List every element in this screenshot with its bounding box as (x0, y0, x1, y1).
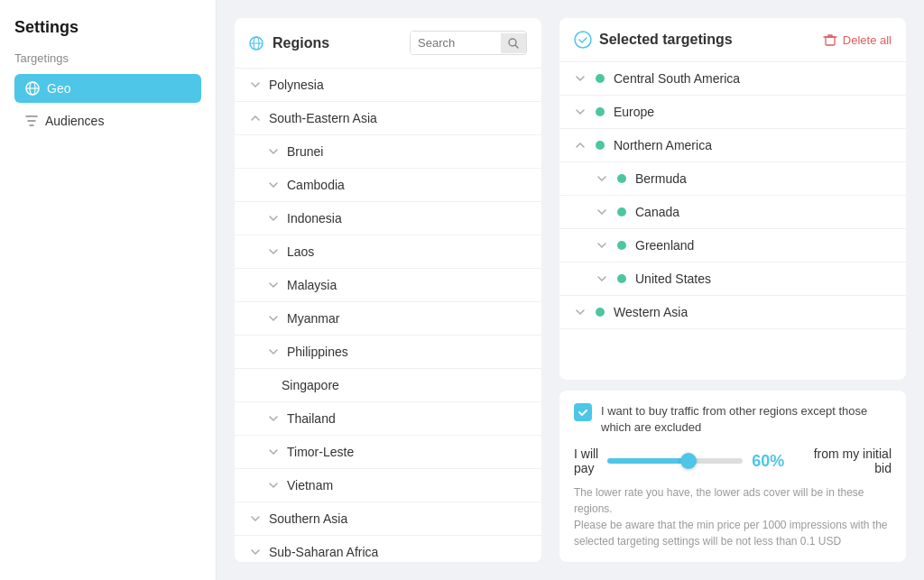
delete-all-button[interactable]: Delete all (823, 32, 892, 47)
slider-thumb[interactable] (680, 453, 697, 469)
selected-item[interactable]: Europe (559, 96, 906, 129)
selected-item[interactable]: Bermuda (559, 162, 906, 196)
chevron-down-icon (267, 446, 280, 458)
search-box[interactable] (410, 31, 527, 55)
slider-value: 60% (752, 452, 784, 471)
geo-label: Geo (47, 81, 70, 96)
slider-prefix: I willpay (574, 447, 598, 475)
exclude-checkbox[interactable] (574, 403, 592, 421)
chevron-down-icon (267, 412, 280, 425)
region-item[interactable]: Southern Asia (235, 502, 541, 536)
chevron-down-icon (596, 172, 608, 185)
chevron-down-icon (249, 512, 262, 525)
region-item[interactable]: Myanmar (235, 302, 541, 336)
status-dot (617, 207, 626, 216)
selected-item[interactable]: Central South America (559, 62, 906, 96)
selected-item[interactable]: Western Asia (559, 296, 906, 329)
app-title: Settings (14, 18, 201, 37)
status-dot (596, 74, 605, 83)
region-name: Cambodia (287, 178, 345, 192)
svg-point-8 (575, 32, 591, 48)
regions-list: PolynesiaSouth-Eastern AsiaBruneiCambodi… (235, 69, 541, 562)
region-name: Philippines (287, 345, 348, 359)
checkbox-row: I want to buy traffic from other regions… (574, 403, 892, 436)
region-name: Thailand (287, 411, 336, 426)
chevron-down-icon (267, 279, 280, 291)
selected-item-name: Canada (635, 205, 679, 219)
chevron-down-icon (249, 78, 262, 91)
search-icon (508, 38, 519, 49)
region-name: Myanmar (287, 311, 339, 326)
selected-item-name: Northern America (614, 138, 712, 152)
bottom-section: I want to buy traffic from other regions… (559, 391, 906, 562)
selected-targetings-panel: Selected targetings Delete all Central S… (559, 18, 906, 380)
region-name: Polynesia (269, 78, 324, 92)
region-item[interactable]: Cambodia (235, 169, 541, 202)
sidebar-item-geo[interactable]: Geo (14, 74, 201, 103)
region-item[interactable]: Philippines (235, 336, 541, 369)
region-name: South-Eastern Asia (269, 111, 377, 125)
selected-item-name: Greenland (635, 238, 694, 253)
region-item[interactable]: South-Eastern Asia (235, 102, 541, 135)
chevron-down-icon (267, 179, 280, 191)
region-name: Malaysia (287, 278, 337, 292)
selected-title: Selected targetings (574, 31, 733, 49)
slider-suffix: from my initial bid (793, 447, 892, 475)
regions-header: Regions (235, 18, 541, 69)
region-name: Southern Asia (269, 511, 347, 526)
checkmark-icon (578, 407, 588, 418)
search-button[interactable] (501, 33, 526, 53)
region-item[interactable]: Malaysia (235, 269, 541, 302)
region-name: Laos (287, 244, 314, 259)
status-dot (617, 274, 626, 283)
selected-panel: Selected targetings Delete all Central S… (559, 18, 906, 562)
regions-globe-icon (249, 36, 263, 51)
globe-icon (25, 81, 40, 96)
status-dot (596, 141, 605, 150)
search-input[interactable] (411, 32, 501, 54)
chevron-up-icon (574, 139, 587, 152)
chevron-down-icon (596, 272, 608, 285)
sidebar-item-audiences[interactable]: Audiences (14, 106, 201, 135)
slider-container[interactable] (607, 458, 743, 464)
selected-header: Selected targetings Delete all (559, 18, 906, 62)
chevron-down-icon (267, 212, 280, 225)
regions-title: Regions (273, 35, 401, 51)
chevron-down-icon (574, 106, 587, 118)
info-text: The lower rate you have, the lower ads c… (574, 484, 892, 549)
delete-all-label: Delete all (843, 33, 892, 47)
region-name: Brunei (287, 144, 323, 159)
selected-item-name: Europe (614, 105, 654, 119)
chevron-down-icon (267, 479, 280, 492)
region-item[interactable]: Laos (235, 235, 541, 269)
main-content: Regions PolynesiaSouth-Eastern AsiaBrune… (217, 0, 924, 580)
selected-list: Central South AmericaEuropeNorthern Amer… (559, 62, 906, 380)
chevron-down-icon (267, 312, 280, 325)
region-item[interactable]: Brunei (235, 135, 541, 169)
trash-icon (823, 32, 837, 47)
region-name: Singapore (282, 378, 339, 392)
region-name: Vietnam (287, 478, 333, 493)
audiences-label: Audiences (45, 114, 104, 128)
status-dot (617, 241, 626, 250)
svg-line-7 (515, 45, 518, 48)
region-item[interactable]: Polynesia (235, 69, 541, 102)
region-item[interactable]: Timor-Leste (235, 436, 541, 469)
selected-item[interactable]: United States (559, 262, 906, 296)
region-item[interactable]: Indonesia (235, 202, 541, 235)
sidebar: Settings Targetings Geo Audiences (0, 0, 217, 580)
slider-row: I willpay 60% from my initial bid (574, 447, 892, 475)
region-item[interactable]: Vietnam (235, 469, 541, 502)
targetings-label: Targetings (14, 51, 201, 65)
selected-item[interactable]: Greenland (559, 229, 906, 262)
selected-item-name: United States (635, 272, 711, 286)
region-item[interactable]: Thailand (235, 402, 541, 436)
region-item[interactable]: Singapore (235, 369, 541, 402)
chevron-down-icon (267, 245, 280, 258)
chevron-down-icon (596, 206, 608, 218)
status-dot (596, 107, 605, 116)
filter-icon (25, 115, 38, 127)
selected-item[interactable]: Northern America (559, 129, 906, 162)
region-item[interactable]: Sub-Saharan Africa (235, 536, 541, 562)
selected-item[interactable]: Canada (559, 196, 906, 229)
